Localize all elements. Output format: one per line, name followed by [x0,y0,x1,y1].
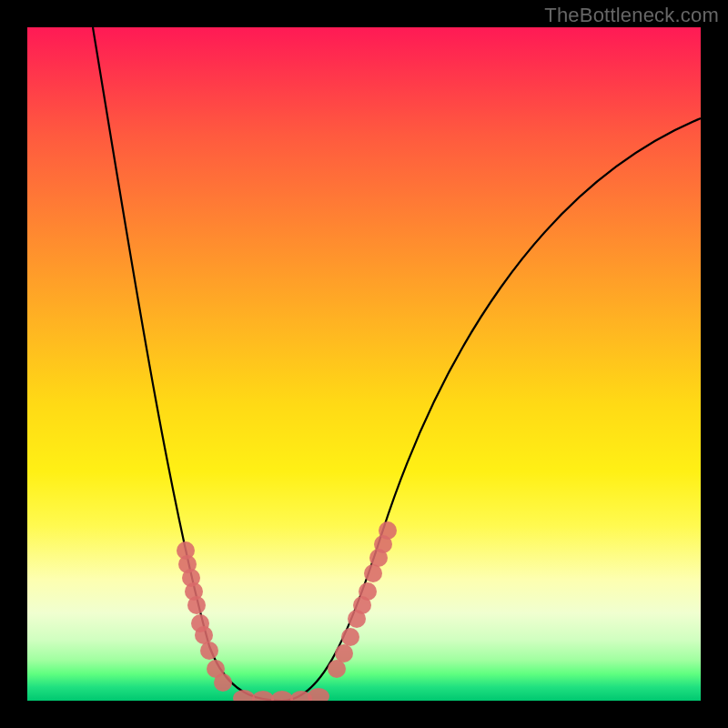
watermark-text: TheBottleneck.com [544,4,719,27]
marker-right-9 [379,521,397,540]
marker-left-4 [187,596,206,614]
marker-left-9 [214,673,232,692]
bottleneck-curve [93,27,701,701]
marker-left-7 [200,642,218,660]
marker-right-5 [359,582,377,601]
markers-right-group [328,521,397,678]
marker-right-0 [328,660,346,678]
marker-right-2 [341,628,359,646]
marker-bottom-2 [271,691,293,701]
marker-right-6 [364,564,382,582]
marker-bottom-0 [233,690,255,701]
marker-right-1 [335,644,353,662]
marker-bottom-4 [308,688,329,701]
marker-bottom-1 [252,691,274,701]
curve-svg [27,27,701,701]
markers-left-group [177,541,232,692]
plot-area [27,27,701,701]
marker-left-6 [195,626,213,644]
chart-container: TheBottleneck.com [0,0,728,728]
markers-bottom-group [233,688,329,701]
